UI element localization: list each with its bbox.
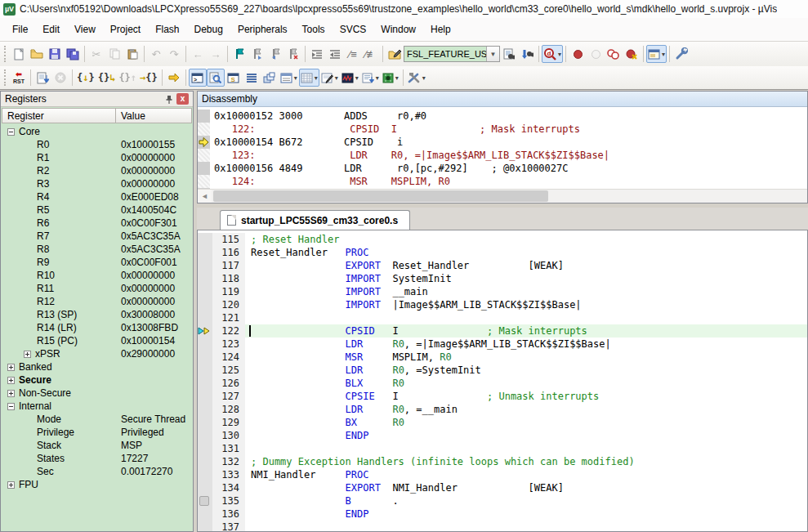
navigate-back-button[interactable]: ← — [189, 45, 207, 63]
register-row-core[interactable]: Core — [1, 125, 193, 138]
uncomment-selection-button[interactable]: ∕≢ — [362, 45, 380, 63]
disassembly-window-button[interactable] — [207, 69, 225, 87]
register-row-fpu[interactable]: FPU — [1, 478, 193, 491]
stop-button[interactable] — [51, 69, 69, 87]
collapse-icon[interactable] — [7, 128, 15, 136]
navigate-forward-button[interactable]: → — [207, 45, 225, 63]
disassembly-line[interactable]: 122: CPSID I ; Mask interrupts — [198, 123, 807, 136]
code-text[interactable] — [245, 521, 807, 532]
register-row-r10[interactable]: R100x00000000 — [1, 269, 193, 282]
windows-layout-caret-icon[interactable]: ▾ — [662, 51, 665, 58]
code-text[interactable]: ENDP — [245, 429, 807, 442]
editor-line-137[interactable]: 137 — [198, 521, 807, 532]
editor-line-120[interactable]: 120 IMPORT |Image$$ARM_LIB_STACK$$ZI$$Ba… — [198, 298, 807, 311]
menu-item-svcs[interactable]: SVCS — [333, 20, 374, 38]
code-text[interactable] — [245, 311, 807, 324]
disassembly-line[interactable]: 0x10000152 3000 ADDS r0,#0 — [198, 110, 807, 123]
register-row-r1[interactable]: R10x00000000 — [1, 151, 193, 164]
next-bookmark-button[interactable] — [248, 45, 266, 63]
editor-line-135[interactable]: 135 B . — [198, 494, 807, 507]
browse-dropdown-caret-icon[interactable]: ▾ — [558, 51, 561, 58]
comment-selection-button[interactable]: ∕≡ — [344, 45, 362, 63]
register-row-privilege[interactable]: PrivilegePrivileged — [1, 426, 193, 439]
memory-window-caret-icon[interactable]: ▾ — [315, 74, 318, 82]
expand-icon[interactable] — [7, 377, 15, 384]
command-window-button[interactable]: >_ — [189, 69, 207, 87]
code-text[interactable]: B . — [245, 494, 807, 507]
register-row-secure[interactable]: Secure — [1, 373, 193, 387]
editor-line-125[interactable]: 125 LDR R0, =SystemInit — [198, 364, 807, 377]
kill-all-breakpoints-button[interactable] — [623, 45, 641, 63]
scroll-left-button[interactable]: ◄ — [198, 190, 212, 203]
editor-line-134[interactable]: 134 EXPORT NMI_Handler [WEAK] — [198, 481, 807, 494]
serial-window-caret-icon[interactable]: ▾ — [335, 74, 338, 82]
code-text[interactable]: IMPORT |Image$$ARM_LIB_STACK$$ZI$$Base| — [245, 298, 807, 311]
disassembly-line[interactable]: 0x10000156 4849 LDR r0,[pc,#292] ; @0x10… — [198, 162, 807, 175]
code-text[interactable] — [245, 442, 807, 455]
search-combobox-value[interactable]: FSL_FEATURE_USB_USB_F — [404, 49, 486, 59]
memory-window-button[interactable]: ▾ — [299, 69, 319, 87]
menu-item-file[interactable]: File — [5, 20, 35, 38]
menu-item-peripherals[interactable]: Peripherals — [230, 20, 295, 38]
editor-line-127[interactable]: 127 CPSIE I ; Unmask interrupts — [198, 390, 807, 403]
register-row-r12[interactable]: R120x00000000 — [1, 295, 193, 308]
code-text[interactable]: EXPORT Reset_Handler [WEAK] — [245, 259, 807, 272]
unindent-button[interactable] — [326, 45, 344, 63]
disassembly-hscrollbar[interactable]: ◄ — [198, 189, 807, 203]
registers-window-button[interactable] — [243, 69, 261, 87]
register-row-states[interactable]: States17227 — [1, 452, 193, 465]
editor-line-126[interactable]: 126 BLX R0 — [198, 377, 807, 390]
expand-icon[interactable] — [7, 364, 15, 371]
collapse-icon[interactable] — [7, 403, 15, 410]
indent-button[interactable] — [308, 45, 326, 63]
menu-item-project[interactable]: Project — [103, 20, 148, 38]
enable-disable-breakpoint-button[interactable] — [587, 45, 605, 63]
cut-button[interactable]: ✂ — [87, 45, 105, 63]
previous-bookmark-button[interactable] — [266, 45, 284, 63]
code-text[interactable]: BX R0 — [245, 416, 807, 429]
register-column-header[interactable]: Register — [2, 108, 116, 123]
step-into-button[interactable]: {↓} — [75, 69, 96, 87]
code-text[interactable]: NMI_Handler PROC — [245, 468, 807, 481]
undo-button[interactable]: ↶ — [147, 45, 165, 63]
registers-caption[interactable]: Registers x — [1, 92, 193, 107]
find-in-files-button[interactable] — [386, 45, 404, 63]
editor-line-128[interactable]: 128 LDR R0, =__main — [198, 403, 807, 416]
run-to-cursor-button[interactable]: →{} — [138, 69, 159, 87]
register-row-r5[interactable]: R50x1400504C — [1, 203, 193, 217]
code-text[interactable]: IMPORT SystemInit — [245, 272, 807, 285]
hscroll-thumb[interactable] — [213, 190, 548, 202]
code-text[interactable]: Reset_Handler PROC — [245, 246, 807, 259]
tab-startup-file[interactable]: startup_LPC55S69_cm33_core0.s — [220, 210, 410, 230]
editor-line-129[interactable]: 129 BX R0 — [198, 416, 807, 429]
register-row-r7[interactable]: R70x5AC3C35A — [1, 230, 193, 243]
configuration-button[interactable] — [672, 45, 690, 63]
editor-line-133[interactable]: 133NMI_Handler PROC — [198, 468, 807, 481]
toolbar-grip[interactable] — [4, 46, 7, 62]
code-text[interactable]: ; Reset Handler — [245, 233, 807, 246]
editor-line-124[interactable]: 124 MSR MSPLIM, R0 — [198, 351, 807, 364]
editor-line-123[interactable]: 123 LDR R0, =|Image$$ARM_LIB_STACK$$ZI$$… — [198, 338, 807, 351]
serial-window-button[interactable]: ▾ — [319, 69, 340, 87]
system-viewer-caret-icon[interactable]: ▾ — [395, 74, 399, 82]
register-row-r0[interactable]: R00x10000155 — [1, 138, 193, 151]
register-row-r4[interactable]: R40xE000ED08 — [1, 190, 193, 203]
save-button[interactable] — [46, 45, 64, 63]
editor-line-136[interactable]: 136 ENDP — [198, 507, 807, 521]
code-text[interactable]: CPSID I ; Mask interrupts — [245, 324, 807, 338]
register-row-r2[interactable]: R20x00000000 — [1, 164, 193, 177]
disassembly-line[interactable]: 0x10000158 F3808803 MSR MSPLIM,r0 — [198, 188, 807, 189]
disable-all-breakpoints-button[interactable] — [605, 45, 623, 63]
register-row-sec[interactable]: Sec0.00172270 — [1, 465, 193, 478]
redo-button[interactable]: ↷ — [165, 45, 183, 63]
register-row-stack[interactable]: StackMSP — [1, 439, 193, 452]
code-text[interactable]: CPSIE I ; Unmask interrupts — [245, 390, 807, 403]
copy-button[interactable] — [105, 45, 123, 63]
toolbar-grip[interactable] — [4, 69, 7, 86]
reset-button[interactable]: ⬅ RST — [10, 69, 28, 87]
disassembly-line[interactable]: 0x10000154 B672 CPSID i — [198, 136, 807, 149]
menu-item-debug[interactable]: Debug — [187, 20, 230, 38]
code-text[interactable]: IMPORT __main — [245, 285, 807, 298]
expand-icon[interactable] — [24, 351, 31, 358]
editor-line-131[interactable]: 131 — [198, 442, 807, 455]
